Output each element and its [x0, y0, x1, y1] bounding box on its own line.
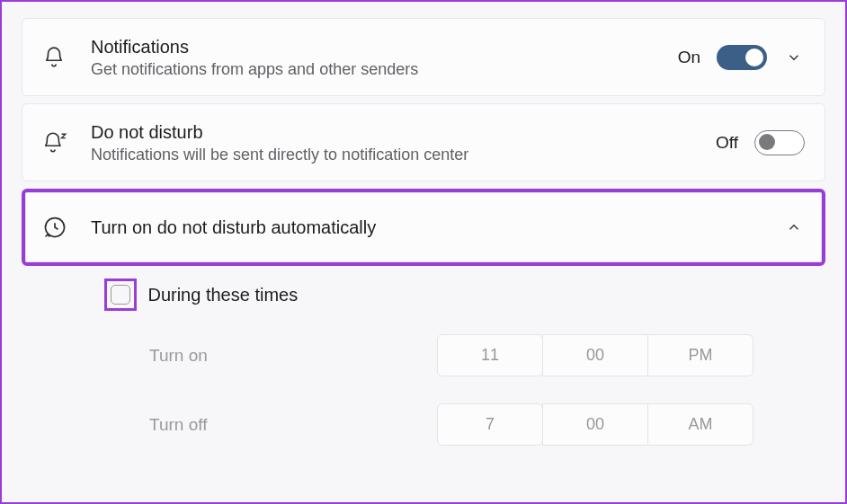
notifications-subtitle: Get notifications from apps and other se… [91, 60, 678, 79]
dnd-title: Do not disturb [91, 120, 716, 144]
notifications-row[interactable]: Notifications Get notifications from app… [22, 18, 825, 96]
during-times-checkbox-highlight [104, 279, 137, 311]
dnd-subtitle: Notifications will be sent directly to n… [91, 146, 716, 164]
turn-on-minute[interactable]: 00 [542, 334, 648, 376]
turn-off-row: Turn off 7 00 AM [104, 403, 806, 446]
bell-snooze-icon [42, 131, 75, 155]
chevron-up-icon[interactable] [783, 217, 805, 238]
dnd-row[interactable]: Do not disturb Notifications will be sen… [22, 103, 825, 181]
turn-on-label: Turn on [104, 346, 437, 366]
turn-off-label: Turn off [104, 415, 437, 435]
notifications-state-label: On [678, 48, 700, 67]
clock-loop-icon [42, 215, 75, 240]
notifications-title: Notifications [91, 35, 678, 58]
auto-dnd-row[interactable]: Turn on do not disturb automatically [25, 192, 822, 262]
dnd-toggle[interactable] [754, 130, 805, 155]
turn-off-hour[interactable]: 7 [437, 403, 543, 446]
turn-off-ampm[interactable]: AM [647, 403, 753, 446]
chevron-down-icon[interactable] [783, 47, 805, 68]
during-times-checkbox[interactable] [111, 285, 130, 305]
schedule-section: During these times Turn on 11 00 PM Turn… [22, 266, 825, 446]
notifications-toggle[interactable] [717, 45, 767, 70]
turn-on-row: Turn on 11 00 PM [104, 334, 806, 376]
dnd-state-label: Off [716, 133, 738, 153]
turn-off-minute[interactable]: 00 [542, 403, 648, 446]
auto-dnd-highlight: Turn on do not disturb automatically [22, 189, 825, 266]
turn-on-ampm[interactable]: PM [647, 334, 753, 376]
turn-on-hour[interactable]: 11 [437, 334, 543, 376]
during-times-row: During these times [104, 279, 806, 311]
auto-dnd-title: Turn on do not disturb automatically [91, 216, 783, 239]
bell-icon [42, 46, 75, 69]
during-times-label: During these times [147, 285, 298, 305]
